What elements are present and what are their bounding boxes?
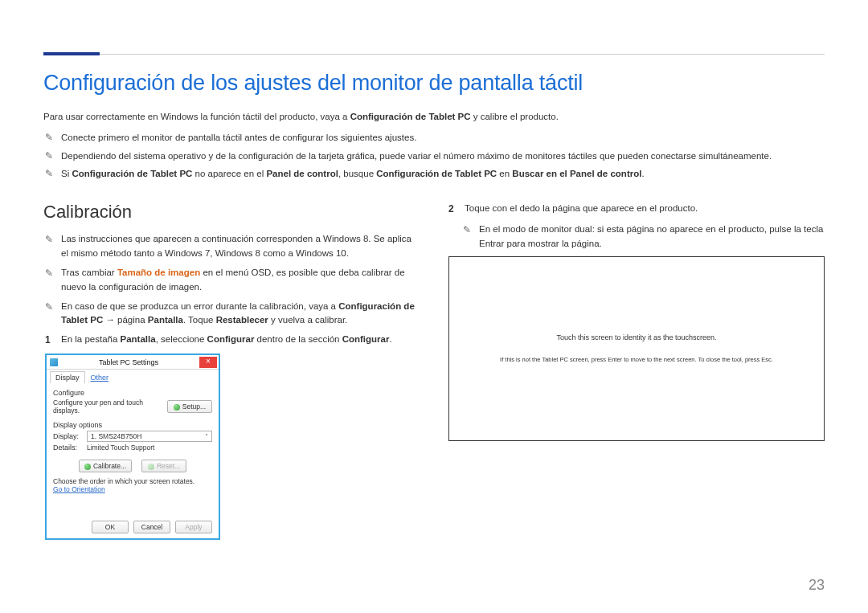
s1-b1: Pantalla [121,334,156,344]
step-2-note: En el modo de monitor dual: si esta pági… [461,223,825,251]
cn3-m2: . Toque [183,315,216,325]
configure-group-label: Configure [53,389,212,397]
dialog-title-text: Tablet PC Settings [58,358,199,366]
touch-identity-sub-text: If this is not the Tablet PC screen, pre… [476,356,797,363]
s1-m2: dentro de la sección [254,334,342,344]
tn3-m2: , busque [338,169,376,178]
dialog-tabs: Display Other [47,370,219,383]
intro-pre: Para usar correctamente en Windows la fu… [43,112,350,121]
top-note-2: Dependiendo del sistema operativo y de l… [43,149,825,163]
display-select-value: 1. SMS24B750H [91,432,141,440]
dialog-titlebar: Tablet PC Settings × [47,355,219,370]
calibrate-button-label: Calibrate... [93,462,126,470]
step-2-number: 2 [448,202,454,217]
apply-button[interactable]: Apply [175,521,212,533]
tn3-post: . [641,169,644,178]
intro-bold: Configuración de Tablet PC [350,112,471,121]
header-rule [43,40,825,55]
top-note-1: Conecte primero el monitor de pantalla t… [43,130,825,145]
display-options-label: Display options [53,421,212,429]
reset-button[interactable]: Reset... [141,460,186,472]
details-label: Details: [53,443,82,452]
cn2-pre: Tras cambiar [61,268,117,277]
intro-post: y calibre el producto. [471,112,559,121]
display-select[interactable]: 1. SMS24B750H [87,431,212,442]
configure-description: Configure your pen and touch displays. [53,398,162,415]
right-column: 2 Toque con el dedo la página que aparec… [447,202,825,440]
step-1: 1 En la pestaña Pantalla, seleccione Con… [43,333,421,347]
page-number: 23 [809,577,825,594]
cn3-b2: Pantalla [148,315,183,325]
tab-other[interactable]: Other [85,371,115,383]
page-title: Configuración de los ajustes del monitor… [43,71,825,96]
step-2-text: Toque con el dedo la página que aparece … [465,203,698,213]
step-2: 2 Toque con el dedo la página que aparec… [447,202,825,216]
calibrate-button[interactable]: Calibrate... [79,460,132,472]
cal-note-3: En caso de que se produzca un error dura… [43,300,421,329]
step-1-number: 1 [45,333,51,348]
tn3-b4: Buscar en el Panel de control [512,169,641,178]
s1-b2: Configurar [207,334,255,344]
reset-button-label: Reset... [157,462,180,470]
cn3-pre: En caso de que se produzca un error dura… [61,301,338,311]
cancel-button[interactable]: Cancel [133,521,170,533]
cn3-b3: Restablecer [216,315,268,325]
cn3-post: y vuelva a calibrar. [268,315,347,325]
setup-button-label: Setup... [182,403,206,411]
setup-button[interactable]: Setup... [167,400,212,413]
s1-b3: Configurar [342,334,390,344]
dialog-body: Configure Configure your pen and touch d… [47,383,219,498]
shield-icon [174,404,180,411]
tablet-pc-settings-dialog: Tablet PC Settings × Display Other Confi… [45,353,220,540]
cal-note-1: Las instrucciones que aparecen a continu… [43,232,421,261]
calibration-heading: Calibración [43,202,421,223]
header-accent [43,52,100,55]
s1-post: . [389,334,391,344]
manual-page: Configuración de los ajustes del monitor… [0,0,868,613]
touch-identity-screen: Touch this screen to identity it as the … [448,256,825,441]
s1-m1: , seleccione [156,334,207,344]
s1-pre: En la pestaña [61,334,121,344]
tn3-b1: Configuración de Tablet PC [72,169,192,178]
touch-identity-main-text: Touch this screen to identity it as the … [556,333,716,341]
shield-icon [84,464,91,470]
tab-display[interactable]: Display [50,371,85,383]
display-label: Display: [53,432,82,440]
close-icon[interactable]: × [199,357,217,368]
cal-note-2: Tras cambiar Tamaño de imagen en el menú… [43,266,421,295]
tn3-b2: Panel de control [266,169,338,178]
ok-button[interactable]: OK [92,521,129,533]
two-column-layout: Calibración Las instrucciones que aparec… [43,202,825,540]
cn3-m1: → página [103,315,148,325]
orientation-link[interactable]: Go to Orientation [53,485,105,493]
cn2-highlight: Tamaño de imagen [117,268,200,277]
shield-icon [148,464,154,470]
left-column: Calibración Las instrucciones que aparec… [43,202,421,540]
tn3-m3: en [497,169,512,178]
top-note-3: Si Configuración de Tablet PC no aparece… [43,166,825,181]
rotate-description: Choose the order in which your screen ro… [53,477,212,485]
tn3-b3: Configuración de Tablet PC [376,169,497,178]
dialog-app-icon [50,358,58,366]
tn3-pre: Si [61,169,72,178]
dialog-footer: OK Cancel Apply [47,498,219,538]
intro-text: Para usar correctamente en Windows la fu… [43,110,825,124]
tn3-m1: no aparece en el [192,169,266,178]
details-value: Limited Touch Support [87,443,154,452]
